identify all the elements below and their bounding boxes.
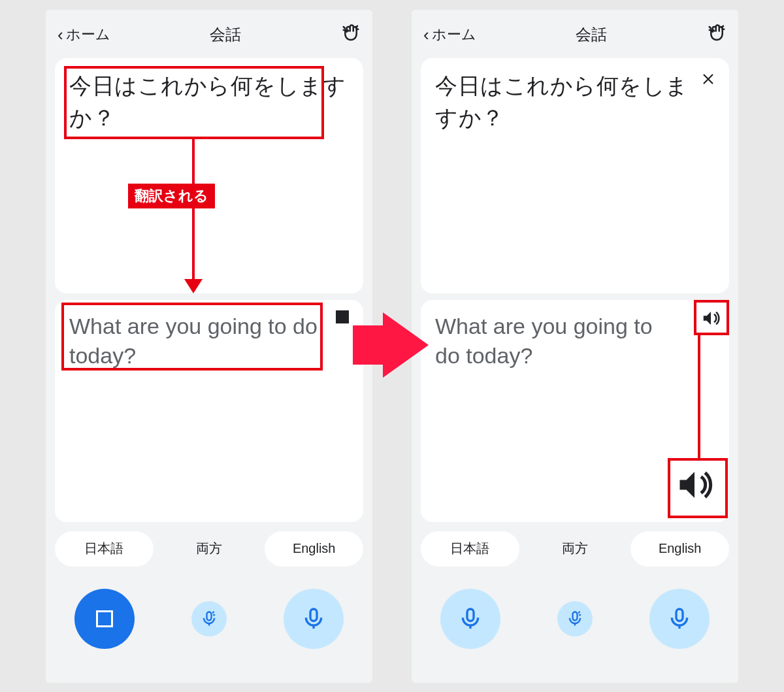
svg-rect-2: [467, 609, 474, 621]
mic-row: [421, 589, 729, 649]
wave-hand-icon[interactable]: [707, 24, 727, 46]
back-button[interactable]: ‹ ホーム: [423, 25, 476, 44]
svg-rect-4: [676, 609, 683, 621]
transition-arrow-head: [383, 312, 429, 378]
lang-chip-japanese[interactable]: 日本語: [55, 531, 154, 567]
back-label: ホーム: [66, 25, 110, 44]
chevron-left-icon: ‹: [57, 26, 63, 43]
speaker-large-button[interactable]: [669, 459, 720, 510]
annotation-label: 翻訳される: [128, 184, 215, 208]
screen-title: 会話: [576, 24, 607, 45]
transition-arrow-stem: [353, 325, 384, 365]
svg-rect-3: [573, 612, 578, 620]
source-text: 今日はこれから何をしますか？: [69, 70, 349, 135]
header: ‹ ホーム 会話: [421, 15, 729, 54]
clear-button[interactable]: [699, 70, 717, 88]
source-text: 今日はこれから何をしますか？: [435, 70, 715, 135]
language-selector-row: 日本語 両方 English: [421, 531, 729, 567]
target-text: What are you going to do today?: [69, 312, 349, 372]
lang-chip-english[interactable]: English: [630, 531, 729, 567]
stop-icon[interactable]: [336, 310, 349, 323]
lang-chip-both[interactable]: 両方: [160, 531, 259, 567]
target-card[interactable]: What are you going to do today?: [421, 300, 729, 522]
auto-mic-button[interactable]: [191, 601, 227, 636]
annotation-line: [192, 139, 195, 280]
lang-chip-japanese[interactable]: 日本語: [421, 531, 519, 567]
stop-square-icon: [96, 610, 113, 627]
source-card[interactable]: 今日はこれから何をしますか？ 翻訳される: [55, 58, 363, 293]
target-card[interactable]: What are you going to do today?: [55, 300, 363, 522]
record-stop-button[interactable]: [74, 589, 135, 649]
speaker-small-button[interactable]: [696, 304, 725, 333]
wave-hand-icon[interactable]: [341, 24, 361, 46]
annotation-arrowhead: [184, 279, 203, 293]
svg-rect-0: [207, 612, 212, 620]
annotation-connector: [698, 335, 700, 458]
phone-right: ‹ ホーム 会話 今日はこれから何をしますか？ What are you goi…: [412, 10, 738, 683]
svg-rect-1: [310, 609, 317, 621]
phone-left: ‹ ホーム 会話 今日はこれから何をしますか？ 翻訳される What are y…: [46, 10, 372, 683]
back-button[interactable]: ‹ ホーム: [57, 25, 110, 44]
mic-row: [55, 589, 363, 649]
back-label: ホーム: [432, 25, 476, 44]
lang-chip-both[interactable]: 両方: [526, 531, 625, 567]
mic-button-left[interactable]: [440, 589, 500, 649]
source-card[interactable]: 今日はこれから何をしますか？: [421, 58, 729, 293]
language-selector-row: 日本語 両方 English: [55, 531, 363, 567]
screen-title: 会話: [210, 24, 241, 45]
header: ‹ ホーム 会話: [55, 15, 363, 54]
chevron-left-icon: ‹: [423, 26, 429, 43]
target-text: What are you going to do today?: [435, 312, 715, 372]
lang-chip-english[interactable]: English: [265, 531, 363, 567]
auto-mic-button[interactable]: [557, 601, 593, 636]
mic-button-right[interactable]: [649, 589, 710, 649]
mic-button-right[interactable]: [284, 589, 344, 649]
